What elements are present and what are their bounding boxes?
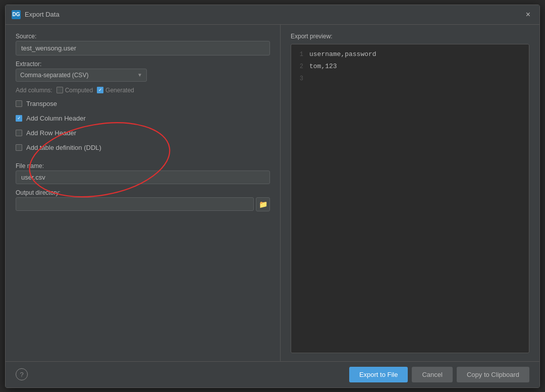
copy-to-clipboard-button[interactable]: Copy to Clipboard bbox=[457, 367, 529, 382]
line-number-2: 2 bbox=[291, 62, 309, 72]
app-icon: DG bbox=[12, 10, 21, 19]
add-table-ddl-row: Add table definition (DDL) bbox=[16, 143, 270, 152]
export-dialog: DG Export Data × Source: test_wensong.us… bbox=[5, 5, 540, 388]
transpose-label: Transpose bbox=[26, 100, 57, 107]
right-panel: Export preview: 1 username,password 2 to… bbox=[281, 25, 539, 361]
add-column-header-row: Add Column Header bbox=[16, 114, 270, 123]
source-section: Source: test_wensong.user bbox=[16, 33, 270, 55]
left-panel: Source: test_wensong.user Extractor: Com… bbox=[6, 25, 281, 361]
add-column-header-checkbox[interactable] bbox=[16, 115, 22, 122]
transpose-checkbox[interactable] bbox=[16, 100, 22, 107]
generated-checkbox[interactable] bbox=[97, 87, 103, 93]
file-name-section: File name: bbox=[16, 162, 270, 184]
extractor-dropdown[interactable]: Comma-separated (CSV) ▼ bbox=[16, 69, 147, 82]
generated-label: Generated bbox=[105, 87, 134, 94]
preview-line-1: 1 username,password bbox=[291, 48, 529, 61]
generated-checkbox-group: Generated bbox=[97, 87, 134, 94]
computed-label: Computed bbox=[65, 87, 93, 94]
title-bar: DG Export Data × bbox=[6, 5, 539, 25]
output-dir-row: 📁 bbox=[16, 197, 270, 211]
line-content-2: tom,123 bbox=[309, 62, 337, 72]
preview-line-3: 3 bbox=[291, 73, 529, 85]
extractor-section: Extractor: Comma-separated (CSV) ▼ bbox=[16, 61, 270, 82]
line-content-1: username,password bbox=[309, 49, 376, 60]
file-name-input[interactable] bbox=[16, 171, 270, 184]
cancel-button[interactable]: Cancel bbox=[412, 367, 452, 382]
output-dir-section: Output directory: 📁 bbox=[16, 189, 270, 211]
computed-checkbox-group: Computed bbox=[57, 87, 93, 94]
add-row-header-row: Add Row Header bbox=[16, 128, 270, 138]
add-row-header-checkbox[interactable] bbox=[16, 130, 22, 136]
export-to-file-button[interactable]: Export to File bbox=[349, 367, 408, 382]
folder-icon[interactable]: 📁 bbox=[256, 197, 270, 211]
help-button[interactable]: ? bbox=[16, 368, 28, 380]
dialog-body: Source: test_wensong.user Extractor: Com… bbox=[6, 25, 539, 361]
add-columns-label: Add columns: bbox=[16, 87, 52, 94]
add-column-header-label: Add Column Header bbox=[26, 115, 86, 122]
output-dir-label: Output directory: bbox=[16, 189, 270, 196]
source-value: test_wensong.user bbox=[16, 41, 270, 55]
preview-area: 1 username,password 2 tom,123 3 bbox=[291, 44, 529, 353]
preview-content: 1 username,password 2 tom,123 3 bbox=[291, 44, 529, 89]
add-table-ddl-label: Add table definition (DDL) bbox=[26, 144, 101, 151]
transpose-row: Transpose bbox=[16, 99, 270, 108]
close-button[interactable]: × bbox=[523, 9, 533, 20]
add-row-header-label: Add Row Header bbox=[26, 129, 76, 137]
line-number-3: 3 bbox=[291, 74, 309, 84]
footer-buttons: Export to File Cancel Copy to Clipboard bbox=[349, 367, 529, 382]
source-label: Source: bbox=[16, 33, 270, 40]
output-dir-input[interactable] bbox=[16, 197, 254, 211]
extractor-value: Comma-separated (CSV) bbox=[20, 72, 88, 79]
computed-checkbox[interactable] bbox=[57, 87, 63, 93]
footer: ? Export to File Cancel Copy to Clipboar… bbox=[6, 361, 539, 387]
file-name-label: File name: bbox=[16, 162, 270, 170]
extractor-label: Extractor: bbox=[16, 61, 270, 68]
add-table-ddl-checkbox[interactable] bbox=[16, 144, 22, 151]
preview-line-2: 2 tom,123 bbox=[291, 61, 529, 73]
line-number-1: 1 bbox=[291, 49, 309, 60]
chevron-down-icon: ▼ bbox=[137, 72, 142, 78]
add-columns-row: Add columns: Computed Generated bbox=[16, 87, 270, 94]
preview-label: Export preview: bbox=[291, 33, 529, 40]
dialog-title: Export Data bbox=[25, 11, 523, 18]
